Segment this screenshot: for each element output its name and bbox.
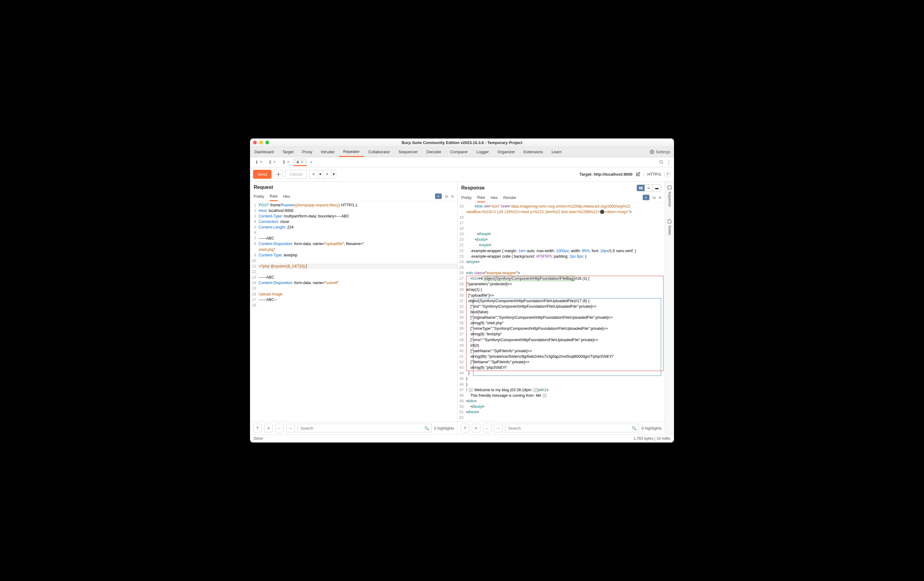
response-tab-hex[interactable]: Hex — [490, 194, 498, 202]
request-tab-hex[interactable]: Hex — [283, 192, 290, 200]
more-icon[interactable]: ⋮ — [666, 159, 672, 166]
minimize-window-button[interactable] — [259, 141, 263, 144]
cancel-button[interactable]: Cancel — [285, 170, 307, 179]
layout-combined-button[interactable]: ▬ — [653, 185, 661, 191]
close-window-button[interactable] — [253, 141, 257, 144]
gear-icon — [276, 172, 281, 177]
send-button[interactable]: Send — [253, 170, 272, 179]
actions-icon[interactable]: ≡ — [643, 195, 649, 200]
close-icon[interactable]: ✕ — [273, 160, 276, 164]
main-tab-bar: Dashboard Target Proxy Intruder Repeater… — [250, 147, 674, 157]
hamburger-icon[interactable]: ≡ — [658, 195, 661, 200]
status-right: 1,783 bytes | 14 millis — [634, 436, 670, 441]
tab-proxy[interactable]: Proxy — [298, 147, 317, 156]
request-editor[interactable]: 1POST /home?name={{dump(app.request.file… — [250, 201, 457, 422]
response-tab-render[interactable]: Render — [503, 194, 516, 202]
search-input[interactable] — [297, 424, 432, 432]
newline-toggle[interactable]: \n — [445, 194, 448, 199]
editor-panes: Request Pretty Raw Hex ≡ \n ≡ 1POST /hom… — [250, 182, 674, 435]
svg-point-3 — [268, 428, 269, 429]
search-icon[interactable] — [659, 160, 663, 164]
svg-point-2 — [278, 174, 279, 175]
titlebar: Burp Suite Community Edition v2023.10.3.… — [250, 139, 674, 147]
target-value: http://localhost:8000 — [594, 172, 632, 177]
protocol-label[interactable]: HTTP/1 — [647, 172, 661, 177]
repeater-tab-2[interactable]: 2✕ — [266, 159, 279, 165]
notes-icon — [667, 219, 672, 223]
settings-gear-button[interactable] — [472, 424, 480, 432]
options-button[interactable] — [274, 170, 282, 179]
window-title: Burp Suite Community Edition v2023.10.3.… — [402, 140, 522, 145]
tab-sequencer[interactable]: Sequencer — [394, 147, 422, 156]
edit-target-icon[interactable] — [635, 172, 640, 177]
actions-icon[interactable]: ≡ — [435, 194, 442, 199]
request-title: Request — [254, 185, 273, 190]
repeater-tab-bar: 1✕ 2✕ 3✕ 4✕ + ⋮ — [250, 157, 674, 167]
history-back-menu[interactable]: ▾ — [318, 170, 323, 179]
response-tab-raw[interactable]: Raw — [477, 193, 485, 202]
response-tab-pretty[interactable]: Pretty — [461, 194, 472, 202]
history-forward-button[interactable]: > — [323, 170, 331, 179]
close-icon[interactable]: ✕ — [300, 160, 304, 164]
tab-decoder[interactable]: Decoder — [422, 147, 446, 156]
close-icon[interactable]: ✕ — [259, 160, 262, 164]
search-next-button[interactable]: → — [286, 424, 295, 432]
request-search-bar: ? ← → 🔍 0 highlights — [250, 422, 457, 434]
repeater-tab-3[interactable]: 3✕ — [279, 159, 292, 165]
tab-repeater[interactable]: Repeater — [339, 147, 364, 157]
request-tab-raw[interactable]: Raw — [270, 192, 278, 201]
tab-learn[interactable]: Learn — [547, 147, 566, 156]
settings-gear-button[interactable] — [264, 424, 273, 432]
repeater-tab-4[interactable]: 4✕ — [293, 159, 307, 166]
notes-tab[interactable]: Notes — [667, 219, 672, 235]
history-forward-menu[interactable]: ▾ — [331, 170, 336, 179]
maximize-window-button[interactable] — [266, 141, 269, 144]
highlight-count: 0 highlights — [642, 426, 662, 430]
tab-extensions[interactable]: Extensions — [520, 147, 548, 156]
svg-point-4 — [475, 428, 477, 429]
search-input[interactable] — [505, 424, 639, 432]
layout-toggle: ▮▮ ═ ▬ — [637, 185, 661, 191]
svg-point-0 — [652, 151, 653, 152]
response-view-tabs: Pretty Raw Hex Render ≡ \n ≡ — [458, 193, 665, 202]
history-nav: < ▾ > ▾ — [309, 170, 336, 179]
tab-dashboard[interactable]: Dashboard — [250, 147, 278, 156]
traffic-lights — [253, 141, 269, 144]
request-tab-pretty[interactable]: Pretty — [254, 192, 264, 200]
status-left: Done — [254, 436, 263, 441]
request-view-tabs: Pretty Raw Hex ≡ \n ≡ — [250, 192, 457, 201]
repeater-tab-1[interactable]: 1✕ — [252, 159, 266, 165]
tab-comparer[interactable]: Comparer — [446, 147, 472, 156]
tab-organizer[interactable]: Organizer — [493, 147, 519, 156]
inspector-tab[interactable]: Inspector — [667, 185, 672, 207]
tab-intruder[interactable]: Intruder — [317, 147, 339, 156]
settings-button[interactable]: Settings — [646, 148, 674, 156]
search-next-button[interactable]: → — [494, 424, 503, 432]
gear-icon — [266, 426, 271, 430]
tab-target[interactable]: Target — [278, 147, 298, 156]
layout-rows-button[interactable]: ═ — [645, 185, 653, 191]
response-editor[interactable]: 15 <link rel="icon" href="data:image/svg… — [458, 202, 665, 422]
help-button[interactable]: ? — [253, 424, 262, 432]
help-button[interactable]: ? — [461, 424, 469, 432]
close-icon[interactable]: ✕ — [287, 160, 290, 164]
highlight-count: 0 highlights — [434, 426, 454, 430]
tab-collaborator[interactable]: Collaborator — [364, 147, 394, 156]
target-label: Target: — [579, 172, 594, 177]
tab-logger[interactable]: Logger — [472, 147, 493, 156]
search-prev-button[interactable]: ← — [483, 424, 492, 432]
request-pane: Request Pretty Raw Hex ≡ \n ≡ 1POST /hom… — [250, 182, 458, 435]
svg-point-1 — [660, 161, 663, 163]
newline-toggle[interactable]: \n — [652, 195, 656, 200]
help-icon[interactable]: ? — [664, 171, 671, 177]
response-pane: Response ▮▮ ═ ▬ Pretty Raw Hex Render ≡ … — [458, 182, 665, 435]
response-search-bar: ? ← → 🔍 0 highlights — [458, 422, 665, 434]
svg-rect-5 — [668, 185, 671, 189]
hamburger-icon[interactable]: ≡ — [451, 194, 454, 199]
search-prev-button[interactable]: ← — [275, 424, 284, 432]
side-panel: Inspector Notes — [665, 182, 674, 435]
gear-icon — [650, 149, 654, 154]
layout-columns-button[interactable]: ▮▮ — [637, 185, 645, 191]
history-back-button[interactable]: < — [309, 170, 318, 179]
add-tab-button[interactable]: + — [307, 159, 315, 165]
